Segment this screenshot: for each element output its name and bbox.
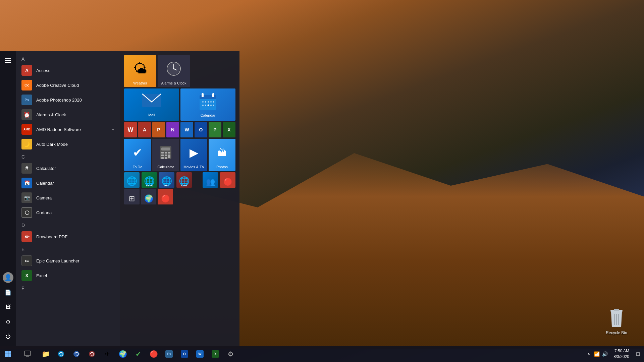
svg-point-19 (213, 101, 214, 103)
section-letter-f: F (16, 283, 120, 292)
taskbar-edge-canary[interactable] (85, 347, 99, 361)
tiles-row-2: Mail (124, 88, 235, 121)
app-item-alarms[interactable]: ⏰ Alarms & Clock (16, 107, 120, 122)
photos-tile[interactable]: 🏔 Photos (209, 139, 235, 171)
calculator-label: Calculator (36, 166, 56, 171)
tray-network-icon[interactable]: 📶 (593, 351, 600, 357)
excel-taskbar-icon: X (212, 350, 219, 358)
taskbar-file-explorer[interactable]: 📁 (38, 347, 53, 361)
bottom-tile-3[interactable]: 🔴 (158, 189, 173, 204)
taskbar-todo[interactable]: ✔ (131, 347, 146, 361)
calculator-tile[interactable]: Calculator (152, 139, 179, 171)
red-app-icon: 🔴 (150, 350, 158, 358)
taskbar-red-app[interactable]: 🔴 (146, 347, 161, 361)
taskbar-photoshop[interactable]: Ps (162, 347, 176, 361)
sidebar-pictures-icon[interactable]: 🖼 (1, 300, 15, 314)
office-tile-access[interactable]: A (138, 122, 151, 137)
office-tile-ppt[interactable]: P (152, 122, 165, 137)
hamburger-line-3 (5, 62, 11, 63)
telegram-icon: ✈ (105, 350, 110, 358)
sidebar: 👤 📄 🖼 ⚙ ⏻ (0, 51, 16, 346)
tiles-area: 🌤 Weather Alarms & Clock (120, 51, 239, 346)
taskbar-outlook[interactable]: O (177, 347, 192, 361)
taskbar-edge[interactable] (54, 347, 68, 361)
svg-rect-14 (212, 93, 214, 97)
clock-time: 7:50 AM (613, 348, 629, 354)
app-item-drawboard[interactable]: ✏ Drawboard PDF (16, 229, 120, 244)
calendar-tile[interactable]: Calendar (180, 88, 235, 121)
edge-can-tile[interactable]: 🌐 CAN (176, 172, 192, 188)
bottom-tile-1-icon: ⊞ (129, 194, 135, 203)
taskbar-telegram[interactable]: ✈ (100, 347, 115, 361)
svg-rect-30 (161, 155, 164, 156)
bottom-tile-2[interactable]: 🌍 (141, 189, 156, 204)
edge-beta-tile[interactable]: 🌐 BETA (142, 172, 157, 188)
movies-tile[interactable]: ▶ Movies & TV (180, 139, 207, 171)
app-item-adobe-cc[interactable]: Cc Adobe Creative Cloud (16, 78, 120, 93)
recycle-bin[interactable]: Recycle Bin (606, 308, 627, 335)
office-word-red-icon: W (128, 126, 133, 133)
taskbar-search[interactable] (17, 347, 38, 361)
taskbar-excel[interactable]: X (208, 347, 223, 361)
tiles-row-3: ✔ To Do (124, 139, 235, 171)
mail-tile[interactable]: Mail (124, 88, 179, 121)
app-item-epic[interactable]: EG Epic Games Launcher (16, 253, 120, 268)
app-item-calendar[interactable]: 📅 Calendar (16, 176, 120, 190)
taskbar-settings[interactable]: ⚙ (223, 347, 238, 361)
taskbar-edge-dev[interactable] (69, 347, 84, 361)
bottom-tile-3-icon: 🔴 (161, 194, 170, 203)
tray-volume-icon[interactable]: 🔊 (601, 351, 608, 357)
sidebar-avatar[interactable]: 👤 (1, 271, 15, 284)
taskbar-word[interactable]: W (193, 347, 207, 361)
cortana-label: Cortana (36, 210, 52, 215)
app-item-amd[interactable]: AMD AMD Radeon Software ▼ (16, 122, 120, 137)
photos-tile-icon: 🏔 (217, 141, 227, 164)
tray-expand-icon[interactable]: ∧ (585, 351, 592, 357)
office-tile-onenote[interactable]: N (166, 122, 179, 137)
svg-rect-35 (24, 351, 31, 356)
app-item-autodark[interactable]: 🌙 Auto Dark Mode (16, 137, 120, 152)
sidebar-settings-icon[interactable]: ⚙ (1, 315, 15, 328)
people-tile[interactable]: 👥 (203, 172, 218, 188)
sidebar-documents-icon[interactable]: 📄 (1, 286, 15, 299)
edge-stable-tile[interactable]: 🌐 (124, 172, 140, 188)
section-letter-d: D (16, 220, 120, 229)
notification-icon[interactable]: □ (635, 351, 641, 357)
todo-tile[interactable]: ✔ To Do (124, 139, 151, 171)
edge-dev-tile[interactable]: 🌐 DEV (159, 172, 174, 188)
red-tile[interactable]: 🔴 (220, 172, 235, 188)
bottom-tile-2-icon: 🌍 (144, 194, 153, 203)
app-list: A A Access Cc Adobe Creative Cloud Ps Ad… (16, 51, 120, 346)
clock[interactable]: 7:50 AM 8/3/2020 (611, 348, 632, 360)
sidebar-power-icon[interactable]: ⏻ (1, 330, 15, 343)
weather-tile[interactable]: 🌤 Weather (124, 55, 156, 87)
alarms-label: Alarms & Clock (36, 112, 66, 117)
svg-rect-28 (165, 152, 167, 154)
office-ppt-icon: P (157, 127, 160, 132)
system-tray: ∧ 📶 🔊 (585, 351, 608, 357)
alarms-icon: ⏰ (21, 109, 32, 120)
svg-point-18 (210, 101, 212, 103)
alarms-tile[interactable]: Alarms & Clock (158, 55, 190, 87)
start-button[interactable] (0, 346, 16, 362)
camera-label: Camera (36, 195, 52, 200)
app-item-cortana[interactable]: ◯ Cortana (16, 205, 120, 220)
office-tile-word-red[interactable]: W (124, 122, 137, 137)
access-icon: A (21, 65, 32, 76)
bottom-tile-1[interactable]: ⊞ (124, 189, 140, 204)
office-tile-outlook[interactable]: O (195, 122, 207, 137)
office-tile-word[interactable]: W (180, 122, 193, 137)
app-item-excel[interactable]: X Excel (16, 268, 120, 283)
hamburger-button[interactable] (1, 54, 15, 67)
calendar-tile-label: Calendar (201, 113, 216, 117)
app-item-camera[interactable]: 📷 Camera (16, 190, 120, 205)
office-tile-excel[interactable]: X (223, 122, 235, 137)
office-tile-pub[interactable]: P (209, 122, 221, 137)
taskbar-globe-app[interactable]: 🌍 (115, 347, 130, 361)
taskbar: 📁 ✈ 🌍 (0, 346, 644, 362)
svg-point-23 (210, 105, 212, 106)
tiles-row-bottom: ⊞ 🌍 🔴 (124, 189, 235, 204)
app-item-calculator[interactable]: # Calculator (16, 161, 120, 176)
app-item-access[interactable]: A Access (16, 63, 120, 78)
app-item-photoshop[interactable]: Ps Adobe Photoshop 2020 (16, 93, 120, 107)
